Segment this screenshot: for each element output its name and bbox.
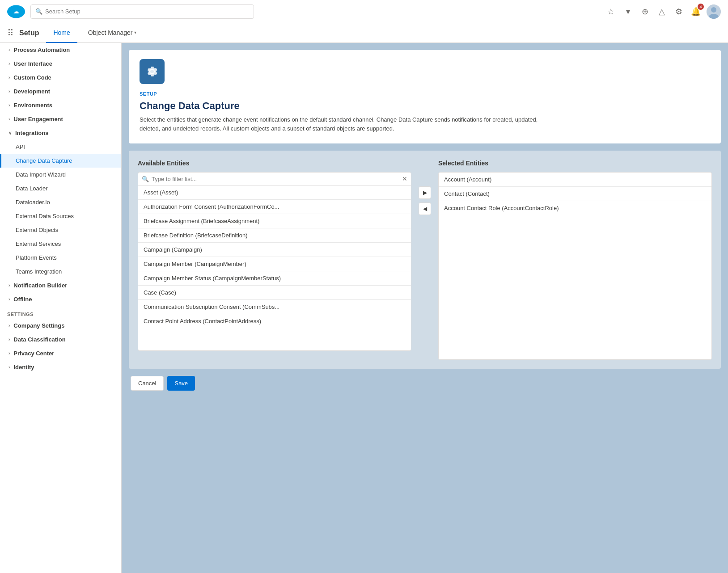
- list-item[interactable]: Contact (Contact): [439, 187, 711, 201]
- list-item[interactable]: Briefcase Assignment (BriefcaseAssignmen…: [138, 214, 411, 228]
- salesforce-logo[interactable]: ☁: [7, 3, 25, 21]
- dual-list-container: Available Entities 🔍 ✕ Asset (Asset) Aut…: [129, 151, 721, 369]
- svg-point-3: [711, 7, 716, 13]
- sidebar-item-external-objects[interactable]: External Objects: [0, 223, 121, 237]
- avatar[interactable]: [707, 4, 721, 19]
- chevron-right-icon: ›: [8, 89, 10, 94]
- sidebar-item-notification-builder[interactable]: › Notification Builder: [0, 278, 121, 292]
- nav-icons: ☆ ▾ ⊕ △ ⚙ 🔔 4: [605, 4, 721, 19]
- chevron-right-icon: ›: [8, 61, 10, 66]
- secondary-navigation: ⠿ Setup Home Object Manager ▾: [0, 23, 728, 43]
- sidebar-item-dataloaderio[interactable]: Dataloader.io: [0, 195, 121, 209]
- chevron-right-icon: ›: [8, 47, 10, 52]
- filter-search-icon: 🔍: [142, 176, 149, 182]
- settings-icon[interactable]: ⚙: [673, 5, 685, 18]
- chevron-right-icon: ›: [8, 323, 10, 328]
- list-item[interactable]: Authorization Form Consent (Authorizatio…: [138, 200, 411, 214]
- sidebar-item-change-data-capture[interactable]: Change Data Capture: [0, 154, 121, 168]
- list-item[interactable]: Account (Account): [439, 173, 711, 187]
- sidebar-item-external-data-sources[interactable]: External Data Sources: [0, 209, 121, 223]
- chevron-right-icon: ›: [8, 297, 10, 302]
- page-title: Change Data Capture: [140, 100, 710, 112]
- selected-entities-list: Account (Account) Contact (Contact) Acco…: [439, 173, 711, 215]
- chevron-down-icon: ▾: [134, 30, 136, 35]
- filter-bar: 🔍 ✕: [138, 173, 411, 185]
- sidebar-item-user-interface[interactable]: › User Interface: [0, 57, 121, 71]
- notification-badge: 4: [698, 4, 704, 10]
- top-navigation: ☁ 🔍 ☆ ▾ ⊕ △ ⚙ 🔔 4: [0, 0, 728, 23]
- new-item-icon[interactable]: ⊕: [639, 5, 651, 18]
- svg-text:☁: ☁: [13, 8, 19, 14]
- list-item[interactable]: Communication Subscription Consent (Comm…: [138, 300, 411, 314]
- favorites-icon[interactable]: ☆: [605, 5, 617, 18]
- save-button[interactable]: Save: [167, 376, 195, 391]
- notifications-icon[interactable]: 🔔 4: [690, 5, 702, 18]
- tab-object-manager[interactable]: Object Manager ▾: [81, 23, 144, 43]
- sidebar-item-platform-events[interactable]: Platform Events: [0, 251, 121, 265]
- sidebar-item-data-loader[interactable]: Data Loader: [0, 181, 121, 195]
- sidebar-item-user-engagement[interactable]: › User Engagement: [0, 112, 121, 126]
- selected-entities-box: Account (Account) Contact (Contact) Acco…: [438, 172, 712, 360]
- sidebar-item-teams-integration[interactable]: Teams Integration: [0, 265, 121, 278]
- list-item[interactable]: Campaign (Campaign): [138, 243, 411, 257]
- sidebar-item-offline[interactable]: › Offline: [0, 292, 121, 306]
- app-launcher-icon[interactable]: ⠿: [7, 28, 14, 38]
- chevron-right-icon: ›: [8, 337, 10, 342]
- tab-home[interactable]: Home: [46, 23, 77, 43]
- chevron-right-icon: ›: [8, 283, 10, 288]
- sidebar-item-integrations[interactable]: ∨ Integrations: [0, 126, 121, 140]
- sidebar: › Process Automation › User Interface › …: [0, 43, 122, 573]
- search-input[interactable]: [45, 8, 249, 15]
- main-content: SETUP Change Data Capture Select the ent…: [122, 43, 728, 573]
- sidebar-item-custom-code[interactable]: › Custom Code: [0, 71, 121, 84]
- list-item[interactable]: Campaign Member (CampaignMember): [138, 257, 411, 271]
- cancel-button[interactable]: Cancel: [131, 376, 164, 391]
- sidebar-item-process-automation[interactable]: › Process Automation: [0, 43, 121, 57]
- available-entities-section: Available Entities 🔍 ✕ Asset (Asset) Aut…: [138, 160, 411, 351]
- sidebar-item-data-import-wizard[interactable]: Data Import Wizard: [0, 168, 121, 181]
- sidebar-item-development[interactable]: › Development: [0, 84, 121, 98]
- page-icon-box: [140, 59, 165, 84]
- list-item[interactable]: Case (Case): [138, 286, 411, 300]
- search-bar[interactable]: 🔍: [30, 4, 254, 19]
- chevron-right-icon: ›: [8, 103, 10, 108]
- transfer-right-button[interactable]: ▶: [419, 186, 431, 199]
- sidebar-item-identity[interactable]: › Identity: [0, 360, 121, 374]
- setup-label: SETUP: [140, 91, 710, 97]
- chevron-right-icon: ›: [8, 117, 10, 122]
- sidebar-item-company-settings[interactable]: › Company Settings: [0, 319, 121, 333]
- page-description: Select the entities that generate change…: [140, 115, 542, 133]
- list-item[interactable]: Briefcase Definition (BriefcaseDefinitio…: [138, 228, 411, 243]
- selected-entities-title: Selected Entities: [438, 160, 712, 167]
- sidebar-item-external-services[interactable]: External Services: [0, 237, 121, 251]
- transfer-buttons: ▶ ◀: [411, 186, 438, 215]
- list-item[interactable]: Asset (Asset): [138, 185, 411, 200]
- list-item[interactable]: Contact Point Address (ContactPointAddre…: [138, 314, 411, 328]
- clear-filter-button[interactable]: ✕: [402, 175, 407, 182]
- gear-icon: [145, 64, 159, 79]
- selected-entities-section: Selected Entities Account (Account) Cont…: [438, 160, 712, 360]
- action-buttons: Cancel Save: [129, 376, 721, 391]
- available-entities-list: Asset (Asset) Authorization Form Consent…: [138, 185, 411, 328]
- chevron-right-icon: ›: [8, 365, 10, 370]
- trailhead-icon[interactable]: △: [656, 5, 668, 18]
- setup-title: Setup: [19, 29, 39, 37]
- list-item[interactable]: Campaign Member Status (CampaignMemberSt…: [138, 271, 411, 286]
- available-entities-box: 🔍 ✕ Asset (Asset) Authorization Form Con…: [138, 172, 411, 351]
- main-layout: › Process Automation › User Interface › …: [0, 43, 728, 573]
- transfer-left-button[interactable]: ◀: [419, 202, 431, 215]
- chevron-right-icon: ›: [8, 75, 10, 80]
- filter-input[interactable]: [152, 176, 399, 182]
- search-icon: 🔍: [35, 8, 42, 15]
- sidebar-item-environments[interactable]: › Environments: [0, 98, 121, 112]
- available-entities-title: Available Entities: [138, 160, 411, 167]
- sidebar-item-data-classification[interactable]: › Data Classification: [0, 333, 121, 346]
- settings-section-header: SETTINGS: [0, 306, 121, 319]
- list-item[interactable]: Account Contact Role (AccountContactRole…: [439, 201, 711, 215]
- favorites-dropdown-icon[interactable]: ▾: [622, 5, 634, 18]
- sidebar-item-privacy-center[interactable]: › Privacy Center: [0, 346, 121, 360]
- sidebar-item-api[interactable]: API: [0, 140, 121, 154]
- chevron-right-icon: ›: [8, 351, 10, 356]
- chevron-down-icon: ∨: [8, 131, 12, 135]
- page-header-card: SETUP Change Data Capture Select the ent…: [129, 50, 721, 143]
